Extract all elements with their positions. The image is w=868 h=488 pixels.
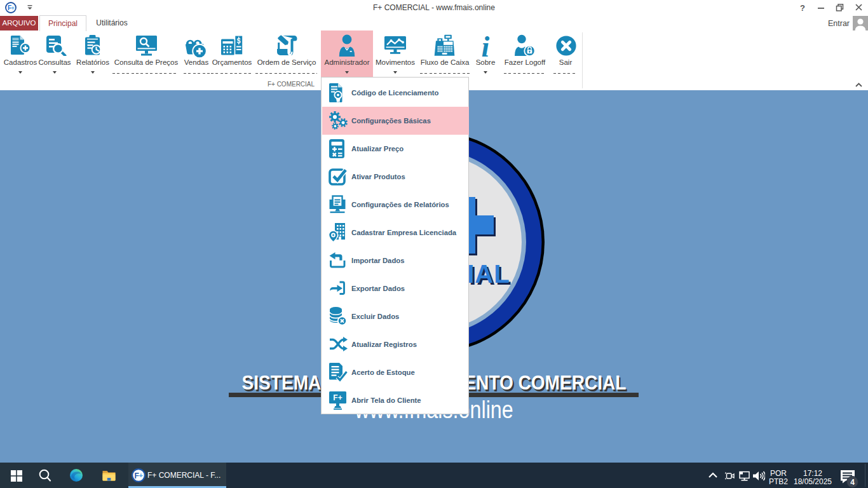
svg-text:F+: F+: [333, 393, 342, 402]
svg-text:+: +: [139, 471, 143, 479]
svg-text:+: +: [11, 5, 15, 11]
svg-text:?: ?: [800, 3, 805, 13]
svg-text:i: i: [482, 32, 490, 58]
